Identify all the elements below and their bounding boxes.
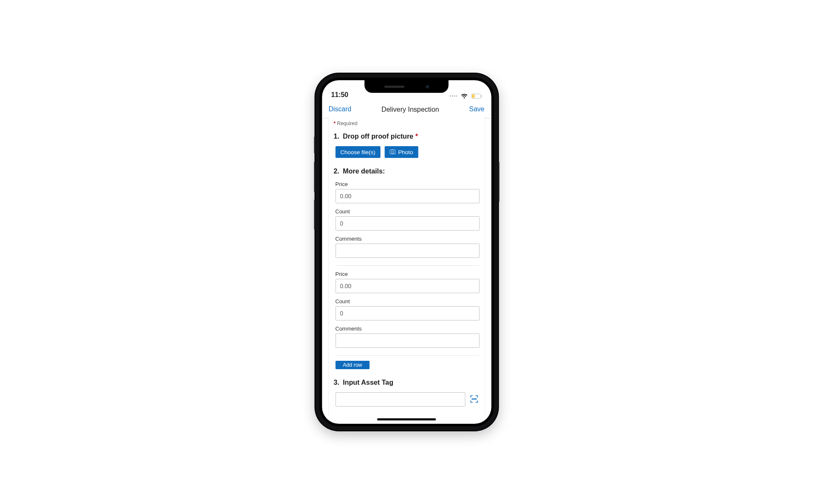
- nav-title: Delivery Inspection: [382, 105, 439, 113]
- asset-tag-input[interactable]: [335, 392, 465, 407]
- svg-rect-1: [472, 94, 474, 98]
- photo-button[interactable]: Photo: [385, 146, 418, 158]
- form-content: * Required 1. Drop off proof picture *: [322, 116, 491, 424]
- details-row: Price Count Comments: [335, 181, 479, 266]
- save-button[interactable]: Save: [469, 105, 484, 113]
- phone-screen: 11:50 Discard Delivery Inspection Save: [322, 80, 491, 424]
- price-label: Price: [335, 181, 479, 187]
- count-label: Count: [335, 298, 479, 304]
- barcode-icon: [470, 395, 478, 404]
- phone-camera: [425, 85, 429, 89]
- phone-side-button: [314, 200, 315, 230]
- phone-side-button: [314, 162, 315, 192]
- status-time: 11:50: [331, 91, 348, 99]
- choose-files-button[interactable]: Choose file(s): [335, 146, 380, 158]
- price-input[interactable]: [335, 279, 479, 293]
- phone-speaker: [384, 86, 404, 88]
- wifi-icon: [460, 94, 468, 99]
- q1-required-asterisk: *: [415, 132, 418, 140]
- phone-device: 11:50 Discard Delivery Inspection Save: [315, 74, 498, 430]
- q1-title: Drop off proof picture: [343, 132, 413, 140]
- question-2: 2. More details: Price C: [334, 167, 479, 369]
- price-label: Price: [335, 271, 479, 277]
- price-input[interactable]: [335, 189, 479, 203]
- nav-bar: Discard Delivery Inspection Save: [322, 100, 491, 118]
- q1-number: 1.: [334, 132, 339, 140]
- phone-notch: [365, 80, 449, 93]
- comments-input[interactable]: [335, 244, 479, 258]
- svg-rect-2: [481, 95, 482, 97]
- home-indicator[interactable]: [377, 418, 436, 420]
- battery-icon: [471, 94, 482, 99]
- comments-input[interactable]: [335, 333, 479, 348]
- add-row-button[interactable]: Add row: [335, 361, 370, 369]
- cellular-dots-icon: [450, 95, 457, 97]
- phone-side-button: [314, 136, 315, 153]
- count-input[interactable]: [335, 216, 479, 231]
- details-row: Price Count Comments: [335, 271, 479, 356]
- question-3: 3. Input Asset Tag: [334, 378, 479, 407]
- comments-label: Comments: [335, 236, 479, 242]
- barcode-scan-button[interactable]: [468, 394, 479, 405]
- count-input[interactable]: [335, 306, 479, 320]
- question-1: 1. Drop off proof picture * Choose file(…: [334, 132, 479, 158]
- discard-button[interactable]: Discard: [329, 105, 351, 113]
- required-note: * Required: [334, 121, 479, 126]
- camera-icon: [390, 149, 396, 155]
- q2-title: More details:: [343, 167, 385, 175]
- q3-title: Input Asset Tag: [343, 378, 393, 386]
- q2-number: 2.: [334, 167, 339, 175]
- count-label: Count: [335, 208, 479, 215]
- phone-side-button: [498, 162, 499, 202]
- q3-number: 3.: [334, 378, 339, 386]
- comments-label: Comments: [335, 326, 479, 332]
